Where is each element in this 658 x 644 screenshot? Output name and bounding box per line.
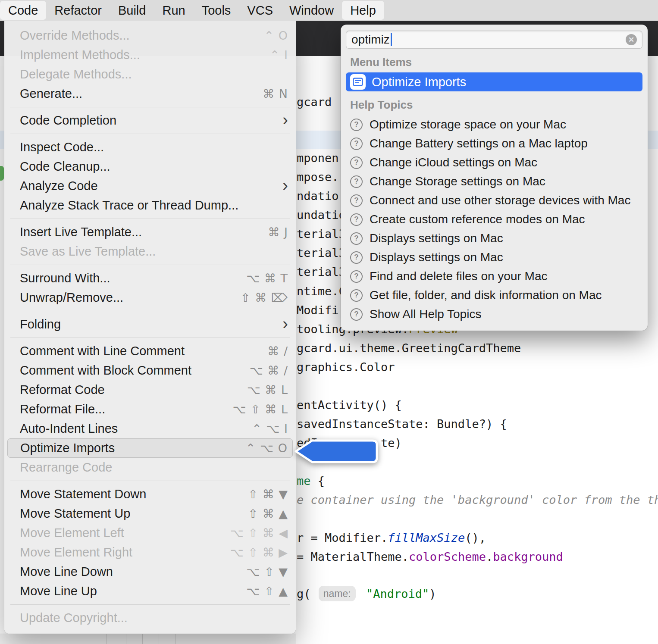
help-topic-item[interactable]: ?Find and delete files on your Mac <box>346 267 642 286</box>
help-topic-label: Connect and use other storage devices wi… <box>370 194 630 207</box>
menu-item-code-completion[interactable]: Code Completion› <box>4 111 296 130</box>
code-text: colorScheme <box>409 550 486 563</box>
code-line[interactable]: graphics.Color <box>297 360 395 375</box>
code-line[interactable]: ntime.C <box>297 284 346 299</box>
code-line[interactable]: ndatio <box>297 189 339 203</box>
menubar-item-window[interactable]: Window <box>281 0 342 21</box>
code-line[interactable]: gcard.ui.theme.GreetingCardTheme <box>297 341 521 356</box>
code-text: ntime.C <box>297 284 346 298</box>
help-search-popup: optimiz ✕ Menu Items Optimize Imports He… <box>341 25 648 331</box>
menubar-item-code[interactable]: Code <box>0 1 46 20</box>
menu-item-move-statement-down[interactable]: Move Statement Down⇧ ⌘ ▼ <box>4 485 296 504</box>
code-text: = MaterialTheme. <box>297 550 409 563</box>
help-topic-item[interactable]: ?Create custom reference modes on Mac <box>346 210 642 229</box>
code-line[interactable]: me { <box>297 474 325 488</box>
help-topic-item[interactable]: ?Change Battery settings on a Mac laptop <box>346 134 642 153</box>
callout-arrow-annotation <box>292 437 380 466</box>
code-line[interactable]: Modifi <box>297 303 339 318</box>
menu-item-folding[interactable]: Folding› <box>4 315 296 334</box>
menu-card-icon <box>350 74 366 90</box>
code-line[interactable]: entActivity() { <box>297 398 402 413</box>
menubar-item-help[interactable]: Help <box>342 1 384 20</box>
menu-item-insert-live-template[interactable]: Insert Live Template...⌘ J <box>4 222 296 242</box>
code-line[interactable]: = MaterialTheme.colorScheme.background <box>297 550 563 564</box>
code-text: g( <box>297 587 318 600</box>
help-topic-item[interactable]: ?Show All Help Topics <box>346 305 642 324</box>
menu-separator <box>10 481 290 481</box>
menu-item-reformat-code[interactable]: Reformat Code⌥ ⌘ L <box>4 380 296 400</box>
code-line[interactable]: gcard <box>297 95 332 109</box>
help-topic-label: Change Storage settings on Mac <box>370 175 545 188</box>
menubar-item-run[interactable]: Run <box>154 0 193 21</box>
menu-item-analyze-stack-trace[interactable]: Analyze Stack Trace or Thread Dump... <box>4 196 296 215</box>
code-line[interactable]: mpose. <box>297 170 339 184</box>
code-line[interactable]: mponen <box>297 151 339 166</box>
menu-item-comment-line[interactable]: Comment with Line Comment⌘ / <box>4 341 296 361</box>
menu-item-move-statement-up[interactable]: Move Statement Up⇧ ⌘ ▲ <box>4 504 296 523</box>
code-line[interactable]: savedInstanceState: Bundle?) { <box>297 417 507 431</box>
clear-search-icon[interactable]: ✕ <box>626 34 637 45</box>
menubar-item-build[interactable]: Build <box>110 0 154 21</box>
question-mark-icon: ? <box>350 138 363 150</box>
help-topic-label: Displays settings on Mac <box>370 231 503 245</box>
help-topic-label: Change Battery settings on a Mac laptop <box>370 137 588 150</box>
menu-bar: Code Refactor Build Run Tools VCS Window… <box>0 0 658 21</box>
menu-item-label: Inspect Code... <box>20 140 104 154</box>
menu-item-surround-with[interactable]: Surround With...⌥ ⌘ T <box>4 269 296 288</box>
help-search-field[interactable]: optimiz ✕ <box>346 31 642 49</box>
menu-item-label: Rearrange Code <box>20 460 112 475</box>
menu-item-shortcut: ⌃ O <box>264 29 288 42</box>
menu-item-shortcut: ⇧ ⌘ ▼ <box>248 488 288 501</box>
menu-item-label: Implement Methods... <box>20 48 140 62</box>
menubar-item-refactor[interactable]: Refactor <box>46 0 110 21</box>
code-line[interactable]: terial3 <box>297 246 346 260</box>
code-line[interactable]: terial3 <box>297 227 346 241</box>
code-line[interactable]: terial3 <box>297 265 346 279</box>
code-line[interactable]: undatio <box>297 208 346 222</box>
menu-item-analyze-code[interactable]: Analyze Code› <box>4 176 296 196</box>
menu-item-label: Insert Live Template... <box>20 225 142 239</box>
menu-item-label: Analyze Code <box>20 179 98 193</box>
help-topic-item[interactable]: ?Change iCloud settings on Mac <box>346 153 642 172</box>
menu-item-label: Save as Live Template... <box>20 244 156 259</box>
search-result-optimize-imports[interactable]: Optimize Imports <box>346 72 642 91</box>
code-text: undatio <box>297 208 346 222</box>
text-caret <box>391 33 392 46</box>
menu-item-label: Move Line Down <box>20 565 113 579</box>
code-line[interactable]: e container using the 'background' color… <box>297 493 658 507</box>
code-line[interactable]: g( name: "Android") <box>297 587 436 602</box>
menu-item-move-line-down[interactable]: Move Line Down⌥ ⇧ ▼ <box>4 562 296 581</box>
submenu-chevron-icon: › <box>282 316 288 332</box>
menu-item-code-cleanup[interactable]: Code Cleanup... <box>4 157 296 176</box>
help-topic-item[interactable]: ?Optimize storage space on your Mac <box>346 115 642 134</box>
menubar-item-tools[interactable]: Tools <box>194 0 239 21</box>
menu-item-label: Reformat Code <box>20 383 105 397</box>
menu-item-reformat-file[interactable]: Reformat File...⌥ ⇧ ⌘ L <box>4 400 296 419</box>
help-topic-item[interactable]: ?Displays settings on Mac <box>346 248 642 267</box>
menu-item-move-line-up[interactable]: Move Line Up⌥ ⇧ ▲ <box>4 581 296 601</box>
help-topic-item[interactable]: ?Connect and use other storage devices w… <box>346 191 642 210</box>
help-topic-label: Create custom reference modes on Mac <box>370 213 585 226</box>
menu-item-comment-block[interactable]: Comment with Block Comment⌥ ⌘ / <box>4 361 296 380</box>
menu-item-label: Move Element Left <box>20 526 124 540</box>
code-text: mponen <box>297 151 339 165</box>
menu-item-shortcut: ⌥ ⌘ / <box>250 364 288 377</box>
menu-item-auto-indent-lines[interactable]: Auto-Indent Lines⌃ ⌥ I <box>4 419 296 438</box>
menu-item-optimize-imports[interactable]: Optimize Imports⌃ ⌥ O <box>7 438 293 458</box>
menu-item-label: Surround With... <box>20 271 110 285</box>
menu-item-label: Optimize Imports <box>20 441 115 455</box>
question-mark-icon: ? <box>350 251 363 264</box>
column-divider <box>175 634 175 644</box>
help-topic-item[interactable]: ?Get file, folder, and disk information … <box>346 286 642 305</box>
menu-separator <box>10 338 290 338</box>
question-mark-icon: ? <box>350 270 363 283</box>
menu-item-unwrap-remove[interactable]: Unwrap/Remove...⇧ ⌘ ⌦ <box>4 288 296 307</box>
menu-item-move-element-left: Move Element Left⌥ ⇧ ⌘ ◀ <box>4 523 296 543</box>
code-line[interactable]: r = Modifier.fillMaxSize(), <box>297 531 486 545</box>
code-text: terial3 <box>297 265 346 278</box>
menu-item-inspect-code[interactable]: Inspect Code... <box>4 138 296 157</box>
menu-item-generate[interactable]: Generate...⌘ N <box>4 84 296 103</box>
help-topic-item[interactable]: ?Displays settings on Mac <box>346 229 642 248</box>
help-topic-item[interactable]: ?Change Storage settings on Mac <box>346 172 642 191</box>
menubar-item-vcs[interactable]: VCS <box>239 0 281 21</box>
